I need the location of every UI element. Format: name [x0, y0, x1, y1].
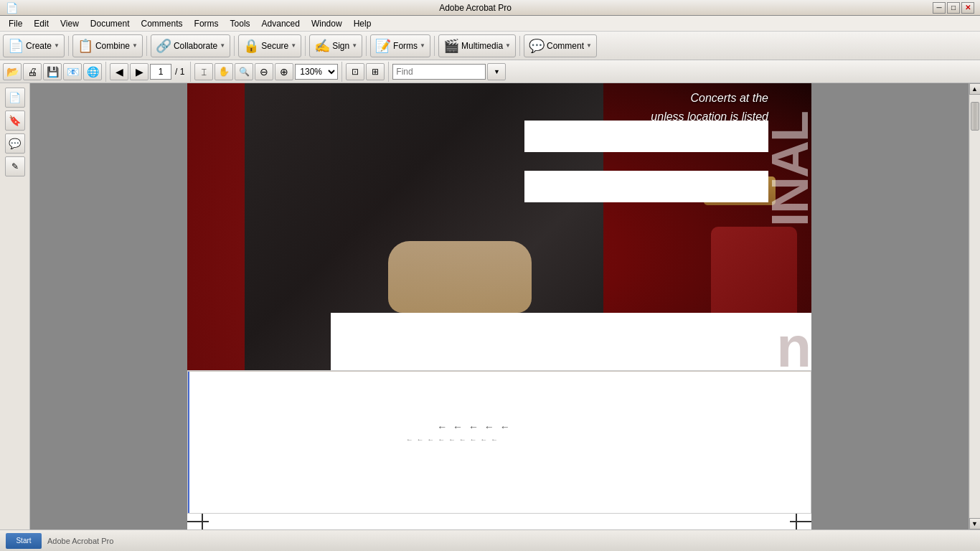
maximize-button[interactable]: □: [947, 2, 960, 14]
lower-decorative-text2: ← ← ← ← ← ← ← ← ←: [406, 435, 499, 443]
minimize-button[interactable]: ─: [933, 2, 946, 14]
crop-mark-tl-h: [187, 521, 209, 522]
lower-decorative-text1: ← ← ← ← ←: [437, 421, 512, 433]
combine-dropdown-arrow: ▼: [132, 42, 138, 49]
menu-comments[interactable]: Comments: [136, 17, 189, 30]
separator5: [366, 36, 367, 56]
menu-document[interactable]: Document: [85, 17, 136, 30]
email-button[interactable]: 📧: [63, 63, 82, 80]
prev-page-button[interactable]: ◀: [110, 63, 128, 80]
tb2-sep1: [105, 62, 106, 82]
forms-button[interactable]: 📝 Forms ▼: [370, 34, 430, 57]
toolbar2: 📂 🖨 💾 📧 🌐 ◀ ▶ / 1 ⌶ ✋ 🔍 ⊖ ⊕ 130% 100% 75…: [0, 60, 980, 83]
scroll-up-button[interactable]: ▲: [969, 83, 981, 95]
fit-page-button[interactable]: ⊡: [346, 63, 364, 80]
fit-width-button[interactable]: ⊞: [366, 63, 385, 80]
menu-advanced[interactable]: Advanced: [256, 17, 306, 30]
concert-image-area: Concerts at the unless location is liste…: [187, 83, 811, 370]
hands-figure: [388, 241, 532, 313]
window-title: Adobe Acrobat Pro: [18, 3, 933, 13]
form-field-2[interactable]: [524, 171, 768, 202]
bottom-letter: n: [776, 324, 811, 370]
tb2-sep2: [190, 62, 191, 82]
pdf-page: Concerts at the unless location is liste…: [187, 83, 811, 529]
close-button[interactable]: ✕: [961, 2, 974, 14]
comment-button[interactable]: 💬 Comment ▼: [524, 34, 597, 57]
combine-icon: 📋: [77, 39, 93, 52]
find-dropdown-button[interactable]: ▼: [487, 63, 506, 80]
zoom-in-button[interactable]: ⊕: [275, 63, 293, 80]
bottom-white-bar: n: [331, 313, 811, 370]
menu-bar: File Edit View Document Comments Forms T…: [0, 16, 980, 32]
tb2-sep3: [341, 62, 342, 82]
start-button[interactable]: Start: [6, 533, 42, 549]
concert-text-overlay: Concerts at the unless location is liste…: [651, 83, 768, 126]
watermark-text: INAL: [770, 112, 811, 227]
scroll-down-button[interactable]: ▼: [969, 518, 981, 529]
vertical-scrollbar[interactable]: ▲ ▼: [969, 83, 980, 529]
page-number-input[interactable]: [150, 64, 171, 80]
status-left-area: Start Adobe Acrobat Pro: [6, 533, 974, 549]
multimedia-dropdown-arrow: ▼: [505, 42, 511, 49]
toolbar1: 📄 Create ▼ 📋 Combine ▼ 🔗 Collaborate ▼ 🔒…: [0, 32, 980, 60]
crop-mark-tr-h: [790, 521, 811, 522]
zoom-out-button[interactable]: ⊖: [255, 63, 273, 80]
open-file-button[interactable]: 📂: [3, 63, 22, 80]
separator6: [434, 36, 435, 56]
create-dropdown-arrow: ▼: [54, 42, 60, 49]
page-separator: / 1: [173, 67, 187, 77]
separator2: [146, 36, 147, 56]
form-field-1[interactable]: [524, 121, 768, 152]
secure-dropdown-arrow: ▼: [291, 42, 296, 49]
title-bar: 📄 Adobe Acrobat Pro ─ □ ✕: [0, 0, 980, 16]
scroll-track: [970, 95, 980, 518]
forms-dropdown-arrow: ▼: [420, 42, 425, 49]
menu-file[interactable]: File: [3, 17, 28, 30]
multimedia-button[interactable]: 🎬 Multimedia ▼: [438, 34, 516, 57]
menu-window[interactable]: Window: [306, 17, 348, 30]
secure-icon: 🔒: [243, 39, 259, 52]
selection-border-left: [188, 371, 189, 513]
top-rule: [188, 371, 811, 372]
collaborate-button[interactable]: 🔗 Collaborate ▼: [151, 34, 230, 57]
select-tool-button[interactable]: ⌶: [194, 63, 213, 80]
save-button[interactable]: 💾: [43, 63, 62, 80]
menu-tools[interactable]: Tools: [225, 17, 256, 30]
status-bar: Start Adobe Acrobat Pro: [0, 529, 980, 551]
print-button[interactable]: 🖨: [23, 63, 42, 80]
secure-button[interactable]: 🔒 Secure ▼: [238, 34, 301, 57]
left-panel: 📄 🔖 💬 ✎: [0, 83, 30, 529]
bookmarks-button[interactable]: 🔖: [5, 110, 25, 131]
lower-content-area: ← ← ← ← ← ← ← ← ← ← ← ← ← ←: [187, 370, 811, 514]
sign-icon: ✍: [314, 39, 330, 52]
menu-view[interactable]: View: [55, 17, 85, 30]
next-page-button[interactable]: ▶: [130, 63, 149, 80]
menu-edit[interactable]: Edit: [28, 17, 55, 30]
sign-button[interactable]: ✍ Sign ▼: [309, 34, 362, 57]
find-input[interactable]: [392, 64, 486, 80]
zoom-select[interactable]: 130% 100% 75% 50%: [295, 64, 338, 80]
main-area: ▲ ▼ Con: [30, 83, 980, 529]
app-icon: 📄: [6, 2, 18, 14]
zoom-marquee-button[interactable]: 🔍: [235, 63, 253, 80]
comments-panel-button[interactable]: 💬: [5, 133, 25, 154]
crop-mark-tr-v: [796, 514, 797, 529]
signatures-button[interactable]: ✎: [5, 156, 25, 176]
separator7: [519, 36, 520, 56]
sign-dropdown-arrow: ▼: [352, 42, 357, 49]
navigation-panel-button[interactable]: 📄: [5, 88, 25, 108]
separator4: [305, 36, 306, 56]
scroll-thumb[interactable]: [971, 102, 979, 131]
separator3: [234, 36, 235, 56]
menu-forms[interactable]: Forms: [189, 17, 225, 30]
browser-button[interactable]: 🌐: [83, 63, 102, 80]
hand-tool-button[interactable]: ✋: [215, 63, 233, 80]
collaborate-dropdown-arrow: ▼: [220, 42, 225, 49]
window-controls: ─ □ ✕: [933, 2, 974, 14]
separator: [68, 36, 69, 56]
crop-mark-tl-v: [202, 514, 203, 529]
multimedia-icon: 🎬: [443, 39, 459, 52]
menu-help[interactable]: Help: [348, 17, 377, 30]
create-button[interactable]: 📄 Create ▼: [3, 34, 65, 57]
combine-button[interactable]: 📋 Combine ▼: [72, 34, 143, 57]
